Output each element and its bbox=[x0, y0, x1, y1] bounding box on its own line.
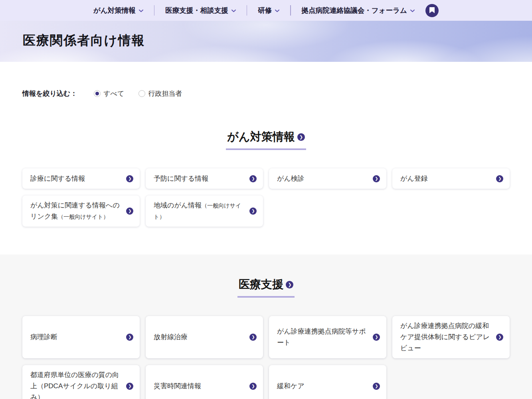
nav-item-2[interactable]: 研修 bbox=[258, 6, 279, 15]
chevron-right-circle-icon: ❯ bbox=[496, 175, 503, 182]
chevron-right-circle-icon: ❯ bbox=[297, 133, 305, 141]
page-header: 医療関係者向け情報 bbox=[0, 21, 532, 62]
filter-radio-option-1[interactable]: 行政担当者 bbox=[138, 89, 182, 98]
card-link[interactable]: 緩和ケア❯ bbox=[269, 365, 386, 399]
card-label: がん診療連携拠点病院の緩和ケア提供体制に関するピアレビュー bbox=[400, 320, 492, 354]
chevron-right-circle-icon: ❯ bbox=[126, 383, 133, 390]
chevron-down-icon bbox=[231, 10, 236, 12]
section-heading-wrap: 医療支援 ❯ bbox=[22, 277, 510, 298]
card-link[interactable]: 災害時関連情報❯ bbox=[146, 365, 263, 399]
filter-radio-option-0[interactable]: すべて bbox=[94, 89, 124, 98]
radio-label: すべて bbox=[103, 89, 124, 98]
chevron-right-circle-icon: ❯ bbox=[373, 334, 380, 341]
nav-item-3[interactable]: 拠点病院連絡協議会・フォーラム bbox=[302, 6, 415, 15]
filter-options: すべて行政担当者 bbox=[94, 89, 182, 98]
chevron-right-circle-icon: ❯ bbox=[126, 334, 133, 341]
section-medical-support: 医療支援 ❯ 病理診断❯放射線治療❯がん診療連携拠点病院等サポート❯がん診療連携… bbox=[0, 255, 532, 399]
chevron-right-circle-icon: ❯ bbox=[373, 383, 380, 390]
section-title-link[interactable]: がん対策情報 ❯ bbox=[226, 129, 306, 150]
chevron-down-icon bbox=[410, 10, 415, 12]
card-label: 病理診断 bbox=[30, 332, 122, 343]
bookmark-button[interactable] bbox=[425, 4, 439, 17]
card-link[interactable]: がん診療連携拠点病院の緩和ケア提供体制に関するピアレビュー❯ bbox=[392, 316, 510, 358]
chevron-right-circle-icon: ❯ bbox=[126, 175, 133, 182]
nav-item-label: 研修 bbox=[258, 6, 272, 15]
chevron-right-circle-icon: ❯ bbox=[249, 175, 257, 182]
nav-divider bbox=[247, 5, 247, 16]
card-link[interactable]: がん対策に関連する情報へのリンク集（一般向けサイト）❯ bbox=[22, 196, 140, 227]
card-label: がん診療連携拠点病院等サポート bbox=[277, 326, 369, 348]
card-link[interactable]: がん検診❯ bbox=[269, 168, 386, 189]
nav-item-0[interactable]: がん対策情報 bbox=[93, 6, 143, 15]
radio-unselected-icon bbox=[138, 90, 145, 97]
card-label: 診療に関する情報 bbox=[30, 173, 122, 184]
nav-items: がん対策情報医療支援・相談支援研修拠点病院連絡協議会・フォーラム bbox=[93, 5, 415, 16]
card-link[interactable]: 地域のがん情報（一般向けサイト）❯ bbox=[146, 196, 263, 227]
card-label: 災害時関連情報 bbox=[154, 381, 245, 392]
nav-item-label: 拠点病院連絡協議会・フォーラム bbox=[302, 6, 407, 15]
bookmark-icon bbox=[429, 7, 435, 14]
chevron-right-circle-icon: ❯ bbox=[126, 207, 133, 215]
chevron-right-circle-icon: ❯ bbox=[249, 383, 257, 390]
chevron-right-circle-icon: ❯ bbox=[249, 207, 257, 215]
card-link[interactable]: 予防に関する情報❯ bbox=[146, 168, 263, 189]
nav-item-label: 医療支援・相談支援 bbox=[165, 6, 228, 15]
card-link[interactable]: がん登録❯ bbox=[392, 168, 510, 189]
chevron-right-circle-icon: ❯ bbox=[496, 334, 503, 341]
nav-item-1[interactable]: 医療支援・相談支援 bbox=[165, 6, 236, 15]
filter-bar: 情報を絞り込む： すべて行政担当者 bbox=[22, 62, 510, 98]
card-link[interactable]: 診療に関する情報❯ bbox=[22, 168, 140, 189]
nav-item-label: がん対策情報 bbox=[93, 6, 136, 15]
chevron-down-icon bbox=[139, 10, 143, 12]
nav-divider bbox=[290, 5, 291, 16]
section-title-link[interactable]: 医療支援 ❯ bbox=[237, 277, 295, 298]
section-title-text: がん対策情報 bbox=[227, 129, 295, 144]
section-title-text: 医療支援 bbox=[239, 277, 283, 292]
card-label: がん対策に関連する情報へのリンク集（一般向けサイト） bbox=[30, 200, 122, 222]
card-label: 緩和ケア bbox=[277, 381, 369, 392]
card-label: 予防に関する情報 bbox=[154, 173, 245, 184]
card-link[interactable]: 病理診断❯ bbox=[22, 316, 140, 358]
chevron-right-circle-icon: ❯ bbox=[249, 334, 257, 341]
card-link[interactable]: 都道府県単位の医療の質の向上（PDCAサイクルの取り組み）❯ bbox=[22, 365, 140, 399]
filter-label: 情報を絞り込む： bbox=[22, 89, 77, 98]
card-note: （一般向けサイト） bbox=[58, 213, 109, 220]
card-label: 都道府県単位の医療の質の向上（PDCAサイクルの取り組み） bbox=[30, 369, 122, 399]
nav-divider bbox=[154, 5, 155, 16]
section-cancer-control-info: 情報を絞り込む： すべて行政担当者 がん対策情報 ❯ 診療に関する情報❯予防に関… bbox=[0, 62, 532, 255]
section-heading-wrap: がん対策情報 ❯ bbox=[22, 129, 510, 150]
card-label: 地域のがん情報（一般向けサイト） bbox=[154, 200, 245, 222]
radio-label: 行政担当者 bbox=[148, 89, 182, 98]
card-link[interactable]: がん診療連携拠点病院等サポート❯ bbox=[269, 316, 386, 358]
card-grid: 診療に関する情報❯予防に関する情報❯がん検診❯がん登録❯がん対策に関連する情報へ… bbox=[22, 168, 510, 227]
card-label: がん登録 bbox=[400, 173, 492, 184]
chevron-right-circle-icon: ❯ bbox=[373, 175, 380, 182]
card-grid: 病理診断❯放射線治療❯がん診療連携拠点病院等サポート❯がん診療連携拠点病院の緩和… bbox=[22, 316, 510, 399]
page-title: 医療関係者向け情報 bbox=[23, 32, 145, 49]
chevron-down-icon bbox=[275, 10, 279, 12]
chevron-right-circle-icon: ❯ bbox=[286, 281, 293, 288]
top-navigation: がん対策情報医療支援・相談支援研修拠点病院連絡協議会・フォーラム bbox=[0, 0, 532, 21]
card-link[interactable]: 放射線治療❯ bbox=[146, 316, 263, 358]
card-label: 放射線治療 bbox=[154, 332, 245, 343]
card-label: がん検診 bbox=[277, 173, 369, 184]
radio-selected-icon bbox=[94, 90, 101, 97]
